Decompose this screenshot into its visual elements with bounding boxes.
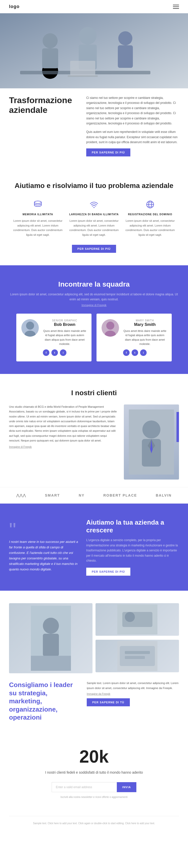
hero-section: Trasformazione aziendale Ci siamo nel tu… [0, 13, 188, 166]
problem-cta-button[interactable]: PER SAPERNE DI PIÙ [72, 245, 116, 253]
bob-facebook-icon[interactable]: f [43, 349, 49, 356]
consiglio-section: Consigliamo i leader su strategia, marke… [0, 591, 188, 732]
card-dominio-text: Lorem ipsum dolor sit amet, consectetur … [125, 218, 175, 237]
card-banda-text: Lorem ipsum dolor sit amet, consectetur … [69, 218, 119, 237]
clienti-image [124, 404, 179, 479]
logo: logo [9, 4, 20, 9]
mary-twitter-icon[interactable]: t [132, 349, 138, 356]
svg-rect-31 [31, 656, 71, 671]
mary-social: f t i [123, 349, 167, 356]
crescere-title: Aiutiamo la tua azienda a crescere [86, 519, 179, 534]
logo-1: ⋀⋀⋀ [16, 493, 26, 497]
squadra-subtitle: Lorem ipsum dolor sit amet, consectetur … [9, 292, 179, 302]
team-cards: SENIOR GRAPHIC Bob Brown Quos amet ittni… [9, 314, 179, 362]
svg-rect-30 [43, 634, 59, 656]
svg-rect-37 [125, 651, 150, 654]
twentyk-section: 20k I nostri clienti fedeli e soddisfatt… [0, 732, 188, 816]
hero-title: Trasformazione aziendale [9, 95, 79, 115]
svg-point-13 [93, 207, 95, 208]
bob-social: f t i [43, 349, 86, 356]
quote-mark: " [9, 522, 79, 538]
svg-point-19 [26, 321, 34, 330]
card-banda-label: LARGHEZZA DI BANDA ILLIMITATA [69, 213, 119, 216]
bob-name: Bob Brown [43, 322, 86, 327]
svg-rect-8 [118, 45, 133, 68]
bob-twitter-icon[interactable]: t [51, 349, 58, 356]
consiglio-immagine-link[interactable]: Immagine da Freepik [87, 692, 179, 695]
footer: Sample text. Click here to add your text… [0, 816, 188, 831]
logo-4: ROBERT PLACE [103, 493, 137, 497]
svg-point-7 [118, 31, 132, 45]
mary-desc: Quos amet ittnis daire mainde artte id f… [123, 329, 167, 346]
squadra-immagine-link[interactable]: Immagine di Freepik [9, 304, 179, 307]
crescere-desc: L'urgenza digitale a servizio completo, … [86, 538, 179, 563]
logo-2: SMART [45, 493, 60, 497]
mary-avatar [102, 319, 119, 337]
svg-point-34 [125, 612, 135, 622]
svg-rect-10 [70, 61, 95, 76]
team-card-mary: MARY SMITH Mary Smith Quos amet ittnis d… [97, 314, 172, 362]
crescere-section: " I nostri team viene in tuo successo pe… [0, 503, 188, 591]
card-dominio-label: REGISTRAZIONE DEL DOMINIO [125, 213, 175, 216]
logo-3: NY [79, 493, 84, 497]
hero-desc1: Ci siamo nel tuo settore per scoprire e … [86, 95, 179, 126]
email-signup-row: INVIA [9, 782, 179, 792]
hamburger-menu[interactable] [173, 5, 179, 9]
svg-point-20 [25, 331, 35, 337]
hero-desc2: Quis autem vel eum iure reprehenderit in… [86, 129, 179, 145]
card-banda: LARGHEZZA DI BANDA ILLIMITATA Lorem ipsu… [69, 200, 119, 237]
consiglio-image-1 [9, 603, 92, 673]
clienti-title: I nostri clienti [9, 389, 179, 397]
send-button[interactable]: INVIA [117, 782, 136, 792]
svg-rect-38 [125, 656, 145, 659]
big-number: 20k [9, 747, 179, 767]
clienti-section: I nostri clienti Uno studio chiamato di … [0, 374, 188, 487]
header: logo [0, 0, 188, 13]
mary-instagram-icon[interactable]: i [140, 349, 146, 356]
globe-icon [125, 200, 175, 210]
bob-instagram-icon[interactable]: i [60, 349, 66, 356]
hero-cta-button[interactable]: PER SAPERNE DI PIÙ [86, 148, 130, 156]
card-dominio: REGISTRAZIONE DEL DOMINIO Lorem ipsum do… [125, 200, 175, 237]
logo-5: BALVIN [156, 493, 171, 497]
consiglio-cta-button[interactable]: PER SAPERNE DI TÙ [87, 698, 130, 706]
mary-role: MARY SMITH [123, 319, 167, 322]
consiglio-title: Consigliamo i leader su strategia, marke… [9, 681, 79, 721]
svg-point-12 [34, 201, 42, 204]
crescere-cta-button[interactable]: PER SAPERNE DI PIÙ [86, 568, 130, 576]
svg-rect-4 [42, 48, 58, 68]
svg-point-22 [105, 331, 116, 337]
team-card-bob: SENIOR GRAPHIC Bob Brown Quos amet ittni… [16, 314, 91, 362]
squadra-section: Incontrare la squadra Lorem ipsum dolor … [0, 265, 188, 374]
fine-print: Iscriviti alla nostra newsletter e ricev… [9, 796, 179, 799]
hero-content: Trasformazione aziendale Ci siamo nel tu… [0, 88, 188, 156]
card-memoria: MEMORIA ILLIMITATA Lorem ipsum dolor sit… [13, 200, 63, 237]
consiglio-image-2 [96, 603, 179, 636]
svg-rect-11 [68, 75, 98, 77]
footer-text: Sample text. Click here to add your text… [9, 821, 179, 826]
email-input[interactable] [52, 782, 117, 792]
squadra-title: Incontrare la squadra [9, 280, 179, 288]
clienti-immagine-link[interactable]: Immagine di Freepik [9, 445, 117, 448]
mary-facebook-icon[interactable]: f [123, 349, 130, 356]
bob-avatar [21, 319, 39, 337]
clienti-text: Uno studio chiamato di BCG e della World… [9, 404, 117, 443]
mary-name: Mary Smith [123, 322, 167, 327]
svg-point-29 [43, 618, 59, 634]
hero-image [0, 13, 188, 88]
quote-text: I nostri team viene in tuo successo per … [9, 539, 79, 572]
svg-point-21 [106, 321, 114, 330]
consiglio-images [9, 603, 179, 673]
wifi-icon [69, 200, 119, 210]
problem-title: Aiutiamo e risolviamo il tuo problema az… [9, 182, 179, 190]
card-memoria-text: Lorem ipsum dolor sit amet, consectetur … [13, 218, 63, 237]
twentyk-desc: I nostri clienti fedeli e soddisfatti di… [9, 770, 179, 775]
bob-role: SENIOR GRAPHIC [43, 319, 86, 322]
problem-section: Aiutiamo e risolviamo il tuo problema az… [0, 166, 188, 265]
database-icon [13, 200, 63, 210]
logos-bar: ⋀⋀⋀ SMART NY ROBERT PLACE BALVIN [0, 487, 188, 503]
consiglio-image-3 [96, 640, 179, 672]
problem-cards: MEMORIA ILLIMITATA Lorem ipsum dolor sit… [9, 200, 179, 237]
svg-point-3 [43, 33, 58, 48]
card-memoria-label: MEMORIA ILLIMITATA [13, 213, 63, 216]
